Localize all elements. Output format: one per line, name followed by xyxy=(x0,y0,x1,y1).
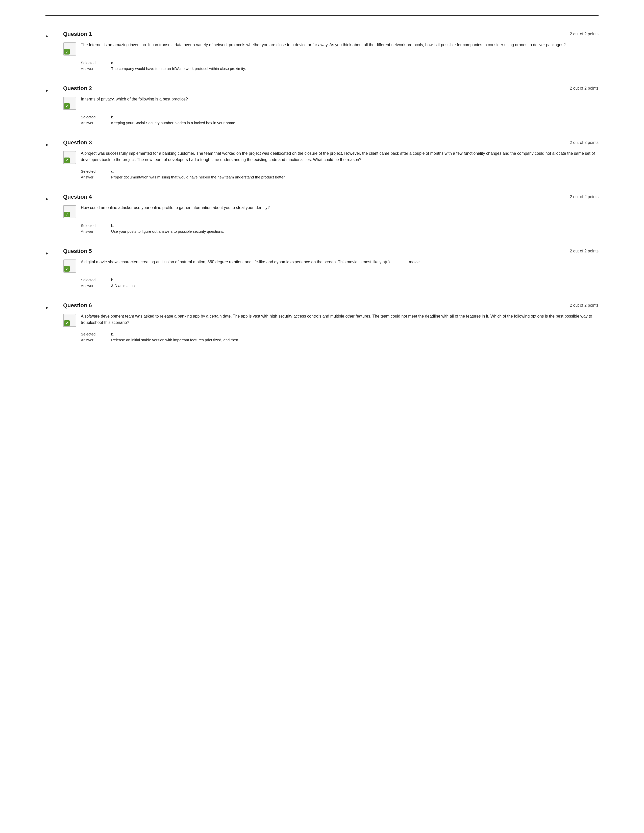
answer-row-3: SelectedAnswer: d.Proper documentation w… xyxy=(81,169,599,180)
bullet-col-4: • xyxy=(45,194,63,235)
check-icon-1 xyxy=(63,42,78,56)
answer-value-5: b.3-D animation xyxy=(111,277,599,288)
question-header-4: Question 4 2 out of 2 points xyxy=(63,194,599,200)
check-icon-img-6 xyxy=(63,314,76,327)
answer-label-6: SelectedAnswer: xyxy=(81,331,111,343)
question-content-4: Question 4 2 out of 2 points How could a… xyxy=(63,194,599,235)
bullet-6: • xyxy=(45,304,48,312)
question-body-2: In terms of privacy, which of the follow… xyxy=(63,96,599,110)
answer-block-6: SelectedAnswer: b.Release an initial sta… xyxy=(81,331,599,343)
check-icon-3 xyxy=(63,151,78,164)
question-text-1: The Internet is an amazing invention. It… xyxy=(81,42,599,48)
question-content-3: Question 3 2 out of 2 points A project w… xyxy=(63,139,599,181)
check-icon-img-5 xyxy=(63,259,76,273)
question-content-2: Question 2 2 out of 2 points In terms of… xyxy=(63,85,599,127)
answer-row-6: SelectedAnswer: b.Release an initial sta… xyxy=(81,331,599,343)
question-5: • Question 5 2 out of 2 points A digital… xyxy=(45,248,599,289)
question-text-3: A project was successfully implemented f… xyxy=(81,150,599,163)
answer-label-1: SelectedAnswer: xyxy=(81,60,111,71)
question-header-2: Question 2 2 out of 2 points xyxy=(63,85,599,92)
question-body-4: How could an online attacker use your on… xyxy=(63,205,599,218)
bullet-3: • xyxy=(45,141,48,149)
bullet-col-3: • xyxy=(45,139,63,181)
question-title-4: Question 4 xyxy=(63,194,92,200)
check-icon-img-2 xyxy=(63,96,76,110)
question-4: • Question 4 2 out of 2 points How could… xyxy=(45,194,599,235)
answer-label-4: SelectedAnswer: xyxy=(81,223,111,234)
answer-value-3: d.Proper documentation was missing that … xyxy=(111,169,599,180)
question-text-2: In terms of privacy, which of the follow… xyxy=(81,96,599,103)
checkmark-6 xyxy=(64,320,70,326)
answer-label-3: SelectedAnswer: xyxy=(81,169,111,180)
questions-container: • Question 1 2 out of 2 points The Inter… xyxy=(45,31,599,344)
answer-value-4: b.Use your posts to figure out answers t… xyxy=(111,223,599,234)
points-label-6: 2 out of 2 points xyxy=(570,303,599,308)
answer-block-5: SelectedAnswer: b.3-D animation xyxy=(81,277,599,288)
answer-block-1: SelectedAnswer: d.The company would have… xyxy=(81,60,599,71)
checkmark-4 xyxy=(64,212,70,217)
question-text-4: How could an online attacker use your on… xyxy=(81,205,599,211)
check-icon-4 xyxy=(63,205,78,218)
checkmark-1 xyxy=(64,49,70,55)
bullet-5: • xyxy=(45,249,48,257)
answer-row-1: SelectedAnswer: d.The company would have… xyxy=(81,60,599,71)
question-title-2: Question 2 xyxy=(63,85,92,92)
checkmark-5 xyxy=(64,266,70,272)
page: • Question 1 2 out of 2 points The Inter… xyxy=(0,0,644,833)
question-content-6: Question 6 2 out of 2 points A software … xyxy=(63,302,599,344)
question-body-3: A project was successfully implemented f… xyxy=(63,150,599,164)
checkmark-2 xyxy=(64,103,70,109)
answer-value-2: b.Keeping your Social Security number hi… xyxy=(111,114,599,126)
answer-value-1: d.The company would have to use an IrDA … xyxy=(111,60,599,71)
points-label-3: 2 out of 2 points xyxy=(570,140,599,145)
question-content-5: Question 5 2 out of 2 points A digital m… xyxy=(63,248,599,289)
bullet-col-1: • xyxy=(45,31,63,72)
answer-block-2: SelectedAnswer: b.Keeping your Social Se… xyxy=(81,114,599,126)
bullet-4: • xyxy=(45,195,48,203)
answer-label-2: SelectedAnswer: xyxy=(81,114,111,126)
question-content-1: Question 1 2 out of 2 points The Interne… xyxy=(63,31,599,72)
points-label-5: 2 out of 2 points xyxy=(570,249,599,253)
answer-row-5: SelectedAnswer: b.3-D animation xyxy=(81,277,599,288)
question-text-6: A software development team was asked to… xyxy=(81,313,599,326)
question-header-6: Question 6 2 out of 2 points xyxy=(63,302,599,309)
check-icon-img-3 xyxy=(63,151,76,164)
question-title-1: Question 1 xyxy=(63,31,92,37)
points-label-1: 2 out of 2 points xyxy=(570,32,599,36)
question-text-5: A digital movie shows characters creatin… xyxy=(81,259,599,265)
answer-row-4: SelectedAnswer: b.Use your posts to figu… xyxy=(81,223,599,234)
check-icon-5 xyxy=(63,259,78,273)
question-title-5: Question 5 xyxy=(63,248,92,254)
question-6: • Question 6 2 out of 2 points A softwar… xyxy=(45,302,599,344)
check-icon-6 xyxy=(63,314,78,327)
question-header-3: Question 3 2 out of 2 points xyxy=(63,139,599,146)
question-title-3: Question 3 xyxy=(63,139,92,146)
question-3: • Question 3 2 out of 2 points A project… xyxy=(45,139,599,181)
question-body-5: A digital movie shows characters creatin… xyxy=(63,259,599,273)
check-icon-img-1 xyxy=(63,42,76,56)
bullet-1: • xyxy=(45,32,48,40)
check-icon-img-4 xyxy=(63,205,76,218)
answer-block-4: SelectedAnswer: b.Use your posts to figu… xyxy=(81,223,599,234)
question-header-5: Question 5 2 out of 2 points xyxy=(63,248,599,254)
answer-label-5: SelectedAnswer: xyxy=(81,277,111,288)
points-label-2: 2 out of 2 points xyxy=(570,86,599,91)
bullet-col-6: • xyxy=(45,302,63,344)
bullet-col-5: • xyxy=(45,248,63,289)
answer-row-2: SelectedAnswer: b.Keeping your Social Se… xyxy=(81,114,599,126)
bullet-col-2: • xyxy=(45,85,63,127)
top-border xyxy=(45,15,599,16)
question-title-6: Question 6 xyxy=(63,302,92,309)
answer-value-6: b.Release an initial stable version with… xyxy=(111,331,599,343)
checkmark-3 xyxy=(64,158,70,163)
question-body-1: The Internet is an amazing invention. It… xyxy=(63,42,599,56)
question-2: • Question 2 2 out of 2 points In terms … xyxy=(45,85,599,127)
bullet-2: • xyxy=(45,87,48,95)
question-1: • Question 1 2 out of 2 points The Inter… xyxy=(45,31,599,72)
question-body-6: A software development team was asked to… xyxy=(63,313,599,327)
question-header-1: Question 1 2 out of 2 points xyxy=(63,31,599,37)
check-icon-2 xyxy=(63,96,78,110)
points-label-4: 2 out of 2 points xyxy=(570,195,599,199)
answer-block-3: SelectedAnswer: d.Proper documentation w… xyxy=(81,169,599,180)
